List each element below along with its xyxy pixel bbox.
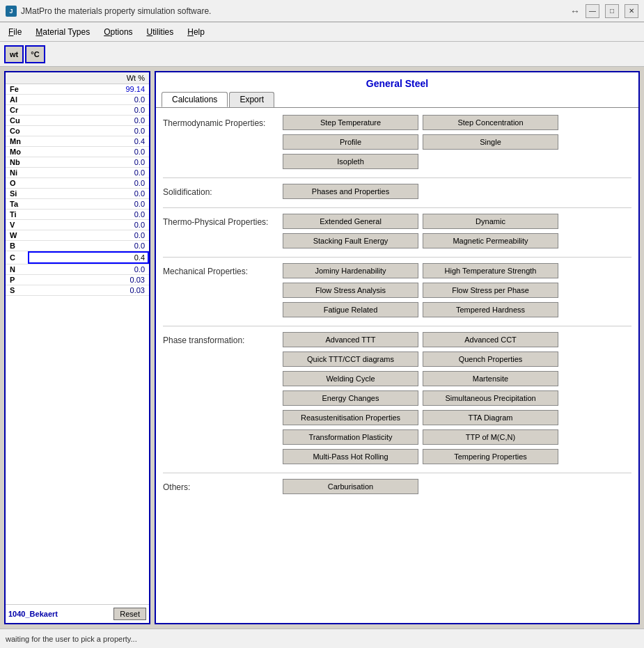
element-symbol: Ti	[6, 210, 28, 220]
tabs-container: Calculations Export	[156, 92, 638, 107]
element-symbol: S	[6, 285, 28, 296]
element-value: 0.0	[28, 264, 149, 275]
tab-calculations[interactable]: Calculations	[162, 92, 228, 107]
main-area: Wt % Fe99.14Al0.0Cr0.0Cu0.0Co0.0Mn0.4Mo0…	[0, 67, 644, 629]
toolbar: wt °C	[0, 42, 644, 67]
section-label: Thermo-Physical Properties:	[163, 214, 274, 227]
calc-section: Others:Carburisation	[163, 479, 631, 494]
calc-button-fatigue-related[interactable]: Fatigue Related	[283, 302, 418, 317]
menu-file[interactable]: File	[3, 25, 27, 39]
resize-icon[interactable]: ↔	[570, 6, 580, 17]
calc-button-stacking-fault-energy[interactable]: Stacking Fault Energy	[283, 233, 418, 248]
maximize-button[interactable]: □	[605, 4, 619, 18]
calc-section: Thermo-Physical Properties:Extended Gene…	[163, 214, 631, 248]
element-symbol: Cr	[6, 105, 28, 116]
calc-button-energy-changes[interactable]: Energy Changes	[283, 390, 418, 406]
section-buttons: Step TemperatureStep ConcentrationProfil…	[283, 115, 631, 169]
section-separator	[163, 207, 631, 208]
element-value: 0.0	[28, 199, 149, 210]
element-value: 0.0	[28, 210, 149, 220]
section-separator	[163, 257, 631, 258]
table-row: Si0.0	[6, 189, 149, 199]
element-value: 0.4	[28, 136, 149, 147]
calc-button-martensite[interactable]: Martensite	[423, 371, 558, 386]
calc-button-advanced-ttt[interactable]: Advanced TTT	[283, 332, 418, 347]
table-row: Cu0.0	[6, 116, 149, 126]
element-symbol: Fe	[6, 84, 28, 95]
title-bar: J JMatPro the materials property simulat…	[0, 0, 644, 22]
celsius-button[interactable]: °C	[25, 45, 45, 63]
table-row: N0.0	[6, 264, 149, 275]
calc-button-ttp-of-m-c-n-[interactable]: TTP of M(C,N)	[423, 429, 558, 445]
calc-button-step-temperature[interactable]: Step Temperature	[283, 115, 418, 130]
table-row: Cr0.0	[6, 105, 149, 116]
calc-button-welding-cycle[interactable]: Welding Cycle	[283, 371, 418, 386]
calc-button-magnetic-permeability[interactable]: Magnetic Permeability	[423, 233, 558, 248]
calc-button-extended-general[interactable]: Extended General	[283, 214, 418, 229]
calc-button-jominy-hardenability[interactable]: Jominy Hardenability	[283, 263, 418, 278]
reset-button[interactable]: Reset	[113, 608, 146, 620]
section-buttons: Phases and Properties	[283, 184, 631, 199]
calc-button-simultaneous-precipitation[interactable]: Simultaneous Precipitation	[423, 390, 558, 406]
table-row: Ti0.0	[6, 210, 149, 220]
menu-help[interactable]: Help	[182, 25, 210, 39]
menu-options[interactable]: Options	[98, 25, 138, 39]
calc-button-single[interactable]: Single	[423, 134, 558, 150]
calc-button-high-temperature-strength[interactable]: High Temperature Strength	[423, 263, 558, 278]
menu-material-types[interactable]: Material Types	[30, 25, 95, 39]
element-value[interactable]	[28, 251, 149, 264]
calc-button-isopleth[interactable]: Isopleth	[283, 154, 418, 169]
minimize-button[interactable]: —	[586, 4, 599, 18]
element-symbol: Al	[6, 95, 28, 105]
calc-button-reasustenitisation-properties[interactable]: Reasustenitisation Properties	[283, 410, 418, 425]
calc-button-transformation-plasticity[interactable]: Transformation Plasticity	[283, 429, 418, 445]
section-buttons: Advanced TTTAdvanced CCTQuick TTT/CCT di…	[283, 332, 631, 464]
element-symbol: Nb	[6, 157, 28, 168]
calc-button-dynamic[interactable]: Dynamic	[423, 214, 558, 229]
calc-button-flow-stress-per-phase[interactable]: Flow Stress per Phase	[423, 283, 558, 298]
element-symbol: V	[6, 220, 28, 230]
element-value: 0.0	[28, 168, 149, 178]
calc-button-flow-stress-analysis[interactable]: Flow Stress Analysis	[283, 283, 418, 298]
calc-section: Mechanical Properties:Jominy Hardenabili…	[163, 263, 631, 317]
calc-button-tempering-properties[interactable]: Tempering Properties	[423, 449, 558, 464]
element-value: 0.03	[28, 285, 149, 296]
element-value: 0.0	[28, 230, 149, 241]
calc-button-profile[interactable]: Profile	[283, 134, 418, 150]
left-panel: Wt % Fe99.14Al0.0Cr0.0Cu0.0Co0.0Mn0.4Mo0…	[4, 71, 150, 624]
calc-button-step-concentration[interactable]: Step Concentration	[423, 115, 558, 130]
section-separator	[163, 326, 631, 326]
calc-button-carburisation[interactable]: Carburisation	[283, 479, 418, 494]
menu-utilities[interactable]: Utilities	[141, 25, 180, 39]
calc-button-quench-properties[interactable]: Quench Properties	[423, 351, 558, 367]
tab-export[interactable]: Export	[229, 92, 274, 107]
table-row: Ta0.0	[6, 199, 149, 210]
calc-button-multi-pass-hot-rolling[interactable]: Multi-Pass Hot Rolling	[283, 449, 418, 464]
table-row: Mn0.4	[6, 136, 149, 147]
calc-button-quick-ttt-cct-diagrams[interactable]: Quick TTT/CCT diagrams	[283, 351, 418, 367]
table-row: Al0.0	[6, 95, 149, 105]
element-symbol: B	[6, 241, 28, 251]
calc-button-advanced-cct[interactable]: Advanced CCT	[423, 332, 558, 347]
table-row: B0.0	[6, 241, 149, 251]
calc-button-phases-and-properties[interactable]: Phases and Properties	[283, 184, 418, 199]
calc-section: Solidification:Phases and Properties	[163, 184, 631, 199]
calc-button-tta-diagram[interactable]: TTA Diagram	[423, 410, 558, 425]
element-symbol: N	[6, 264, 28, 275]
table-row: P0.03	[6, 275, 149, 285]
element-value: 0.0	[28, 147, 149, 157]
calc-button-tempered-hardness[interactable]: Tempered Hardness	[423, 302, 558, 317]
wt-button[interactable]: wt	[4, 45, 24, 63]
element-value: 0.0	[28, 157, 149, 168]
close-button[interactable]: ✕	[625, 4, 638, 18]
element-symbol: Ta	[6, 199, 28, 210]
table-row: Co0.0	[6, 126, 149, 136]
status-bar: waiting for the user to pick a property.…	[0, 629, 644, 648]
title-bar-text: JMatPro the materials property simulatio…	[21, 6, 211, 16]
section-buttons: Jominy HardenabilityHigh Temperature Str…	[283, 263, 631, 317]
table-row: O0.0	[6, 178, 149, 189]
table-row: Nb0.0	[6, 157, 149, 168]
section-label: Mechanical Properties:	[163, 263, 274, 276]
element-input[interactable]	[28, 251, 149, 264]
section-label: Solidification:	[163, 184, 274, 197]
